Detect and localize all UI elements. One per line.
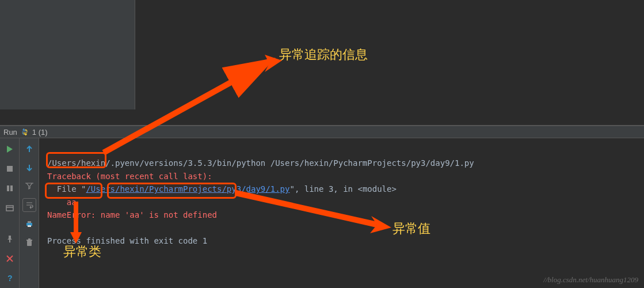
svg-rect-16 (28, 238, 31, 240)
traceback-header: Traceback (most recent call last): (47, 172, 212, 181)
svg-rect-14 (27, 241, 32, 246)
svg-rect-2 (7, 185, 9, 191)
pin-button[interactable] (3, 233, 16, 245)
stop-button[interactable] (3, 162, 16, 175)
annotation-label-exc-value: 异常值 (393, 220, 430, 237)
error-line: NameError: name 'aa' is not defined (47, 210, 217, 219)
filter-button[interactable] (23, 180, 36, 192)
console-output[interactable]: /Users/hexin/.pyenv/versions/3.5.3/bin/p… (39, 138, 644, 288)
svg-marker-0 (7, 146, 13, 153)
annotation-label-exc-type: 异常类 (63, 243, 101, 260)
svg-rect-13 (28, 225, 31, 227)
restore-layout-button[interactable] (3, 202, 16, 214)
scroll-up-button[interactable] (23, 143, 36, 156)
svg-rect-12 (28, 221, 31, 223)
help-button[interactable]: ? (3, 272, 16, 285)
scroll-down-button[interactable] (23, 161, 36, 174)
watermark: //blog.csdn.net/huanhuang1209 (543, 275, 638, 285)
run-tool-window-header[interactable]: Run 1 (1) (0, 126, 644, 138)
annotation-box-message (107, 183, 237, 199)
run-toolbar-left: ? (0, 138, 20, 288)
python-icon (21, 128, 29, 136)
svg-rect-4 (6, 206, 13, 211)
svg-text:?: ? (7, 274, 13, 282)
rerun-button[interactable] (3, 143, 16, 156)
editor-gutter (0, 0, 135, 109)
command-line: /Users/hexin/.pyenv/versions/3.5.3/bin/p… (47, 158, 474, 168)
close-button[interactable] (3, 252, 16, 265)
soft-wrap-button[interactable] (22, 198, 36, 212)
pause-button[interactable] (3, 182, 16, 195)
run-toolbar-secondary (20, 138, 39, 288)
run-config-name: 1 (1) (32, 128, 48, 137)
trash-button[interactable] (23, 236, 36, 249)
annotation-box-nameerror (45, 183, 102, 199)
print-button[interactable] (23, 218, 36, 230)
run-label: Run (3, 128, 17, 137)
svg-rect-3 (10, 185, 13, 191)
svg-rect-1 (7, 166, 13, 172)
svg-rect-15 (26, 240, 32, 241)
annotation-box-traceback (46, 152, 106, 168)
annotation-label-trace-info: 异常追踪的信息 (279, 46, 368, 63)
